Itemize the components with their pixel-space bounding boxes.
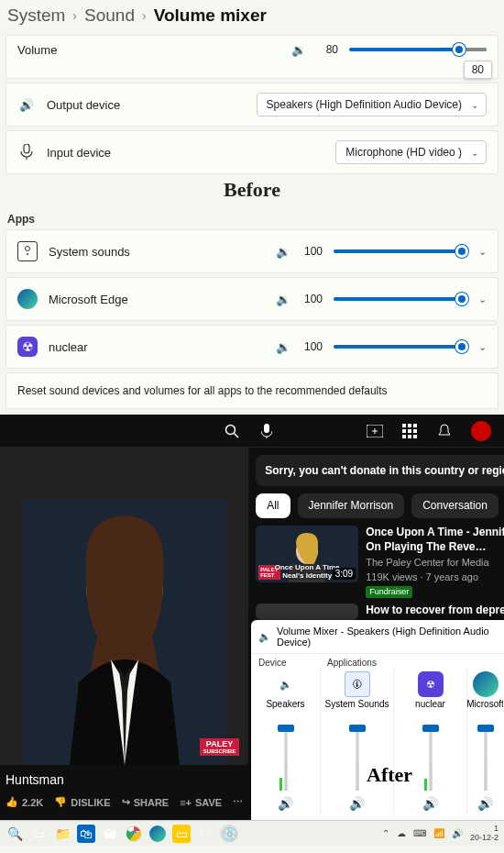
taskbar: 🔍 ▭ 📁 🛍 🏔 ▭ ⬚ 💿 ⌃ ☁ ⌨ 📶 🔊 120-12-2 bbox=[0, 820, 504, 846]
mute-icon[interactable]: 🔊 bbox=[422, 796, 438, 811]
svg-rect-7 bbox=[402, 424, 406, 427]
mixer-col-label: nuclear bbox=[415, 699, 445, 721]
chevron-down-icon: ⌄ bbox=[471, 148, 478, 158]
app-volume-slider[interactable] bbox=[334, 297, 462, 301]
save-button[interactable]: ≡+ SAVE bbox=[180, 797, 222, 808]
file-explorer-icon[interactable]: 📁 bbox=[53, 825, 71, 843]
like-button[interactable]: 👍 2.2K bbox=[5, 796, 43, 808]
mixer-title-text: Volume Mixer - Speakers (High Definition… bbox=[277, 626, 497, 648]
mute-icon[interactable]: 🔊 bbox=[278, 796, 293, 811]
legacy-volume-mixer: 🔈 Volume Mixer - Speakers (High Definiti… bbox=[251, 620, 504, 822]
mixer-col-label: Speakers bbox=[266, 699, 304, 721]
related-video[interactable]: PALEY FEST Once Upon A Time Neal's Ident… bbox=[256, 526, 504, 598]
app-row-system-sounds: System sounds 🔉 100 ⌄ bbox=[5, 229, 499, 273]
share-button[interactable]: ↪ SHARE bbox=[122, 796, 170, 808]
svg-point-2 bbox=[27, 253, 28, 255]
expand-icon[interactable]: ⌄ bbox=[478, 341, 487, 353]
device-header: Device bbox=[258, 658, 327, 668]
input-device-label: Input device bbox=[47, 146, 111, 160]
speaker-icon[interactable]: 🔉 bbox=[275, 338, 291, 355]
master-volume-slider[interactable]: 80 bbox=[349, 48, 487, 51]
crumb-system[interactable]: System bbox=[7, 6, 65, 26]
search-icon[interactable]: 🔍 bbox=[5, 825, 24, 843]
input-device-select[interactable]: Microphone (HD video ) ⌄ bbox=[335, 140, 487, 164]
app-volume-slider[interactable] bbox=[334, 345, 462, 349]
video-thumbnail: PALEY FEST Once Upon A Time Neal's Ident… bbox=[256, 526, 358, 582]
mixer-col-nuclear: ☢ nuclear 🔊 After bbox=[393, 668, 466, 814]
speaker-icon[interactable]: 🔉 bbox=[290, 41, 307, 58]
speaker-icon[interactable]: 🔉 bbox=[275, 243, 291, 260]
create-icon[interactable] bbox=[367, 423, 383, 439]
app-volume-value: 100 bbox=[302, 340, 323, 353]
input-device-value: Microphone (HD video ) bbox=[345, 146, 462, 159]
chip[interactable]: Jennifer Morrison bbox=[298, 493, 405, 518]
related-video[interactable]: How to recover from depression bbox=[256, 604, 504, 620]
output-device-value: Speakers (High Definition Audio Device) bbox=[267, 98, 462, 111]
svg-rect-9 bbox=[413, 424, 417, 427]
paley-badge: PALEYSUBSCRIBE bbox=[200, 738, 239, 756]
mixer-slider[interactable] bbox=[348, 725, 367, 791]
mixer-slider[interactable] bbox=[477, 725, 495, 791]
output-device-row: 🔊 Output device Speakers (High Definitio… bbox=[5, 83, 499, 127]
system-sounds-icon[interactable]: 🛈 bbox=[345, 671, 370, 697]
chevron-down-icon: ⌄ bbox=[471, 100, 478, 110]
app-row-nuclear: ☢ nuclear 🔉 100 ⌄ bbox=[5, 325, 499, 369]
wifi-icon[interactable]: 📶 bbox=[433, 828, 444, 838]
donate-notice: Sorry, you can't donate in this country … bbox=[256, 455, 504, 486]
speaker-icon[interactable]: 🔉 bbox=[275, 291, 291, 307]
video-actions: 👍 2.2K 👎 DISLIKE ↪ SHARE ≡+ SAVE ⋯ bbox=[5, 796, 243, 808]
mute-icon[interactable]: 🔊 bbox=[477, 796, 493, 811]
output-device-select[interactable]: Speakers (High Definition Audio Device) … bbox=[257, 93, 487, 116]
crumb-sound[interactable]: Sound bbox=[84, 6, 135, 26]
voice-search-icon[interactable] bbox=[258, 423, 275, 439]
apps-grid-icon[interactable] bbox=[401, 423, 418, 439]
related-title: Once Upon A Time - Jennifer Morrison On … bbox=[366, 526, 504, 554]
related-channel: The Paley Center for Media bbox=[366, 556, 504, 569]
chip[interactable]: Conversation bbox=[411, 493, 499, 518]
mixer-slider[interactable] bbox=[277, 725, 295, 791]
tray-chevron-icon[interactable]: ⌃ bbox=[382, 828, 389, 838]
microphone-icon bbox=[17, 143, 36, 161]
notifications-icon[interactable] bbox=[436, 423, 453, 439]
mute-icon[interactable]: 🔊 bbox=[349, 796, 365, 811]
chevron-right-icon: › bbox=[142, 8, 147, 23]
search-icon[interactable] bbox=[224, 423, 240, 439]
mixer-titlebar: 🔈 Volume Mixer - Speakers (High Definiti… bbox=[251, 620, 504, 654]
input-device-row: Input device Microphone (HD video ) ⌄ bbox=[5, 130, 499, 174]
app-volume-value: 100 bbox=[302, 245, 323, 258]
expand-icon[interactable]: ⌄ bbox=[478, 246, 487, 258]
expand-icon[interactable]: ⌄ bbox=[478, 294, 487, 305]
svg-rect-15 bbox=[413, 435, 417, 438]
onedrive-icon[interactable]: ☁ bbox=[397, 828, 406, 838]
store-icon[interactable]: 🛍 bbox=[77, 825, 95, 843]
mixer-col-system-sounds: 🛈 System Sounds 🔊 bbox=[320, 668, 393, 814]
breadcrumb: System › Sound › Volume mixer bbox=[0, 0, 504, 31]
chip-all[interactable]: All bbox=[256, 493, 290, 518]
svg-rect-14 bbox=[408, 435, 411, 438]
edge-taskbar-icon[interactable] bbox=[148, 825, 167, 843]
app-volume-slider[interactable] bbox=[334, 249, 462, 253]
nuclear-icon[interactable]: ☢ bbox=[418, 671, 444, 697]
app-icon[interactable]: ▭ bbox=[172, 825, 191, 843]
speaker-icon: 🔈 bbox=[258, 631, 271, 643]
dislike-button[interactable]: 👎 DISLIKE bbox=[54, 796, 110, 808]
photos-icon[interactable]: 🏔 bbox=[101, 825, 119, 843]
speaker-device-icon[interactable]: 🔈 bbox=[273, 671, 299, 697]
applications-header: Applications bbox=[327, 658, 377, 668]
edge-icon[interactable] bbox=[473, 671, 499, 697]
video-player[interactable]: PALEYSUBSCRIBE bbox=[0, 448, 248, 765]
avatar[interactable] bbox=[471, 421, 491, 441]
youtube-topbar bbox=[0, 415, 504, 448]
svg-rect-13 bbox=[402, 435, 406, 438]
keyboard-icon[interactable]: ⌨ bbox=[413, 828, 426, 838]
task-view-icon[interactable]: ▭ bbox=[29, 825, 48, 843]
reset-defaults-row[interactable]: Reset sound devices and volumes for all … bbox=[5, 372, 499, 409]
volume-tray-icon[interactable]: 🔊 bbox=[452, 828, 463, 838]
media-player-icon[interactable]: 💿 bbox=[220, 825, 238, 843]
taskbar-clock[interactable]: 120-12-2 bbox=[470, 825, 499, 843]
mixer-slider[interactable] bbox=[422, 725, 440, 791]
app-icon[interactable]: ⬚ bbox=[196, 825, 214, 843]
more-actions-icon[interactable]: ⋯ bbox=[233, 796, 243, 808]
svg-point-3 bbox=[226, 425, 236, 434]
chrome-icon[interactable] bbox=[125, 825, 143, 843]
